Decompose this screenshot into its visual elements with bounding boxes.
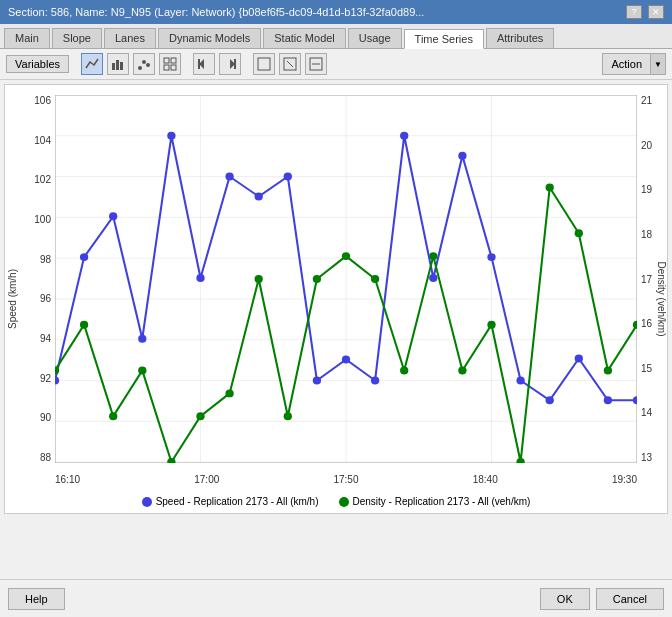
svg-point-47: [400, 132, 408, 140]
chart-line-icon[interactable]: [81, 53, 103, 75]
title-bar: Section: 586, Name: N9_N95 (Layer: Netwo…: [0, 0, 672, 24]
close-button[interactable]: ✕: [648, 5, 664, 19]
chart-svg: [55, 95, 637, 463]
legend-density-dot: [339, 497, 349, 507]
tab-lanes[interactable]: Lanes: [104, 28, 156, 48]
y-right-tick: 14: [641, 407, 652, 418]
cancel-button[interactable]: Cancel: [596, 588, 664, 610]
zoom-icon3[interactable]: [305, 53, 327, 75]
svg-point-3: [138, 66, 142, 70]
chart-grid-icon[interactable]: [159, 53, 181, 75]
svg-point-46: [371, 376, 379, 384]
y-left-tick: 88: [40, 452, 51, 463]
svg-point-69: [429, 252, 437, 260]
tab-dynamic-models[interactable]: Dynamic Models: [158, 28, 261, 48]
svg-point-76: [633, 321, 637, 329]
y-left-tick: 104: [34, 135, 51, 146]
ok-button[interactable]: OK: [540, 588, 590, 610]
tab-usage[interactable]: Usage: [348, 28, 402, 48]
zoom-icon2[interactable]: [279, 53, 301, 75]
action-main-button[interactable]: Action: [602, 53, 650, 75]
svg-point-45: [342, 356, 350, 364]
svg-point-51: [516, 376, 524, 384]
svg-point-61: [196, 412, 204, 420]
svg-point-37: [109, 212, 117, 220]
legend-speed-dot: [142, 497, 152, 507]
svg-rect-8: [164, 65, 169, 70]
svg-point-66: [342, 252, 350, 260]
y-right-tick: 17: [641, 274, 652, 285]
nav-last-icon[interactable]: [219, 53, 241, 75]
y-right-tick: 15: [641, 363, 652, 374]
y-right-tick: 19: [641, 184, 652, 195]
zoom-icon1[interactable]: [253, 53, 275, 75]
variables-button[interactable]: Variables: [6, 55, 69, 73]
svg-point-59: [138, 367, 146, 375]
y-left-tick: 96: [40, 293, 51, 304]
svg-point-44: [313, 376, 321, 384]
tab-slope[interactable]: Slope: [52, 28, 102, 48]
tab-main[interactable]: Main: [4, 28, 50, 48]
svg-rect-11: [198, 59, 200, 69]
svg-rect-2: [120, 62, 123, 70]
nav-first-icon[interactable]: [193, 53, 215, 75]
chart-scatter-icon[interactable]: [133, 53, 155, 75]
x-tick: 17:00: [194, 474, 219, 485]
svg-point-68: [400, 367, 408, 375]
tab-attributes[interactable]: Attributes: [486, 28, 554, 48]
y-right-tick: 13: [641, 452, 652, 463]
svg-point-73: [546, 184, 554, 192]
legend-density-label: Density - Replication 2173 - All (veh/km…: [353, 496, 531, 507]
svg-point-55: [633, 396, 637, 404]
y-right-tick: 21: [641, 95, 652, 106]
svg-point-63: [255, 275, 263, 283]
svg-point-65: [313, 275, 321, 283]
legend-speed-label: Speed - Replication 2173 - All (km/h): [156, 496, 319, 507]
action-dropdown-button[interactable]: ▼: [650, 53, 666, 75]
svg-point-53: [575, 355, 583, 363]
x-tick: 18:40: [473, 474, 498, 485]
y-right-tick: 18: [641, 229, 652, 240]
svg-point-52: [546, 396, 554, 404]
y-right-tick: 20: [641, 140, 652, 151]
svg-point-35: [55, 376, 59, 384]
svg-point-50: [487, 253, 495, 261]
x-tick: 16:10: [55, 474, 80, 485]
tab-time-series[interactable]: Time Series: [404, 29, 484, 49]
svg-rect-6: [164, 58, 169, 63]
tab-static-model[interactable]: Static Model: [263, 28, 346, 48]
y-axis-left-label: Speed (km/h): [7, 269, 18, 329]
svg-rect-0: [112, 63, 115, 70]
svg-point-41: [225, 173, 233, 181]
y-axis-right-label: Density (veh/km): [656, 261, 667, 336]
svg-point-39: [167, 132, 175, 140]
legend-speed: Speed - Replication 2173 - All (km/h): [142, 496, 319, 507]
svg-point-49: [458, 152, 466, 160]
svg-point-64: [284, 412, 292, 420]
svg-rect-13: [234, 59, 236, 69]
y-left-tick: 102: [34, 174, 51, 185]
help-button[interactable]: ?: [626, 5, 642, 19]
y-left-tick: 98: [40, 254, 51, 265]
toolbar: Variables Acti: [0, 49, 672, 80]
svg-point-36: [80, 253, 88, 261]
chart-bar-icon[interactable]: [107, 53, 129, 75]
y-left-tick: 94: [40, 333, 51, 344]
svg-point-40: [196, 274, 204, 282]
title-text: Section: 586, Name: N9_N95 (Layer: Netwo…: [8, 6, 626, 18]
svg-point-67: [371, 275, 379, 283]
svg-point-42: [255, 192, 263, 200]
svg-point-43: [284, 173, 292, 181]
x-tick: 19:30: [612, 474, 637, 485]
help-button[interactable]: Help: [8, 588, 65, 610]
svg-point-57: [80, 321, 88, 329]
y-left-tick: 90: [40, 412, 51, 423]
y-left-tick: 92: [40, 373, 51, 384]
svg-rect-7: [171, 58, 176, 63]
x-tick: 17:50: [333, 474, 358, 485]
svg-point-48: [429, 274, 437, 282]
svg-rect-14: [258, 58, 270, 70]
chart-area: 106 104 102 100 98 96 94 92 90 88 Speed …: [4, 84, 668, 514]
svg-rect-1: [116, 60, 119, 70]
svg-point-4: [142, 60, 146, 64]
